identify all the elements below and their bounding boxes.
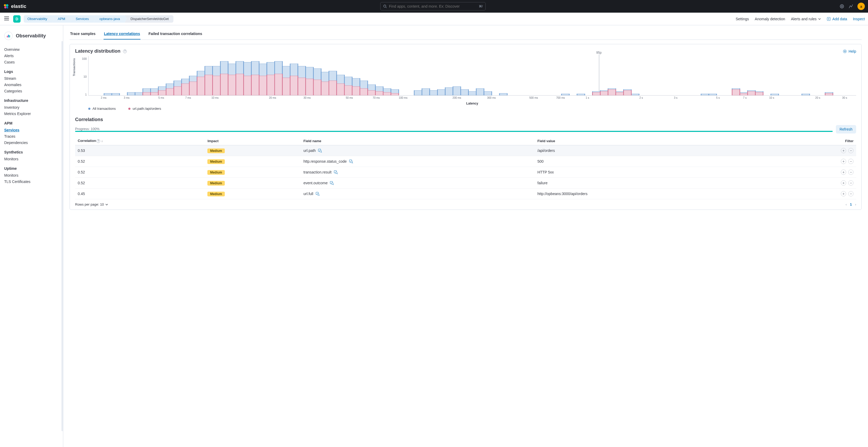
svg-point-140 [317,194,319,195]
sidebar-item-categories[interactable]: Categories [4,88,59,94]
refresh-button[interactable]: Refresh [836,125,856,134]
inspect-icon[interactable] [315,192,320,196]
svg-line-141 [319,195,319,196]
info-icon[interactable]: ? [123,49,127,53]
filter-out-button[interactable]: − [848,159,854,164]
x-tick: 3 s [674,96,678,99]
filter-in-button[interactable]: + [841,180,846,185]
sidebar-item-traces[interactable]: Traces [4,133,59,140]
filter-in-button[interactable]: + [841,148,846,153]
nav-toggle-icon[interactable] [3,15,10,22]
inspect-icon[interactable] [318,148,322,153]
sidebar-item-monitors[interactable]: Monitors [4,172,59,178]
inspect-icon[interactable] [330,181,334,185]
table-row[interactable]: 0.52Mediumhttp.response.status_code500+− [75,156,856,167]
svg-rect-84 [143,93,151,95]
user-avatar[interactable]: a [858,3,865,10]
filter-out-button[interactable]: − [848,170,854,175]
inspect-icon[interactable] [349,159,353,164]
filter-out-button[interactable]: − [848,191,854,196]
settings-link[interactable]: Settings [736,17,749,21]
svg-rect-111 [352,87,360,95]
space-selector[interactable]: D [13,15,21,23]
svg-rect-98 [251,75,259,95]
svg-point-128 [320,150,321,152]
prev-page-button[interactable]: ‹ [846,202,847,206]
svg-rect-112 [360,89,368,95]
sidebar-item-monitors[interactable]: Monitors [4,156,59,162]
brand-logo[interactable]: elastic [3,3,26,9]
breadcrumb-item[interactable]: Observability [24,15,52,23]
tab-failed-transaction-correlations[interactable]: Failed transaction correlations [148,28,203,39]
integrations-icon[interactable] [848,4,853,9]
help-link[interactable]: Help [843,49,856,54]
breadcrumb-item[interactable]: opbeans-java [94,15,125,23]
alerts-rules-dropdown[interactable]: Alerts and rules [791,17,821,21]
sidebar-item-dependencies[interactable]: Dependencies [4,140,59,146]
anomaly-detection-link[interactable]: Anomaly detection [755,17,785,21]
x-tick: 100 ms [399,96,407,99]
svg-point-131 [350,161,352,163]
sidebar-item-services[interactable]: Services [4,127,59,133]
info-icon[interactable]: ? [96,139,100,143]
tabs: Trace samplesLatency correlationsFailed … [69,28,862,40]
svg-rect-109 [337,84,344,95]
breadcrumb-item[interactable]: Services [70,15,94,23]
filter-in-button[interactable]: + [841,170,846,175]
filter-out-button[interactable]: − [848,148,854,153]
inspect-link[interactable]: Inspect [853,17,865,21]
svg-rect-113 [368,91,375,95]
impact-badge: Medium [207,181,224,185]
svg-point-2 [4,6,6,8]
filter-out-button[interactable]: − [848,180,854,185]
global-search[interactable]: ⌘/ [380,2,486,10]
breadcrumb-item[interactable]: APM [52,15,70,23]
sidebar-item-cases[interactable]: Cases [4,59,59,65]
sidebar-item-inventory[interactable]: Inventory [4,104,59,110]
svg-rect-67 [562,94,569,95]
panel-title: Latency distribution ? [75,48,127,54]
add-data-link[interactable]: Add data [827,17,847,21]
sidebar-group-title: Uptime [4,166,59,171]
table-footer: Rows per page: 10 ‹ 1 › [75,202,856,206]
table-row[interactable]: 0.53Mediumurl.path/api/orders+− [75,145,856,156]
x-tick: 10 s [769,96,774,99]
sidebar-item-overview[interactable]: Overview [4,46,59,53]
global-search-input[interactable] [389,4,477,8]
filter-in-button[interactable]: + [841,191,846,196]
col-field-name[interactable]: Field name [301,137,535,145]
col-field-value[interactable]: Field value [535,137,771,145]
page-number[interactable]: 1 [850,202,852,206]
table-row[interactable]: 0.52Mediumtransaction.resultHTTP 5xx+− [75,167,856,178]
next-page-button[interactable]: › [855,202,856,206]
tab-latency-correlations[interactable]: Latency correlations [103,28,141,39]
sidebar-item-alerts[interactable]: Alerts [4,53,59,59]
x-tick: 200 ms [453,96,461,99]
sidebar-item-tls-certificates[interactable]: TLS Certificates [4,178,59,185]
col-correlation[interactable]: Correlation? ↓ [75,137,205,145]
tab-trace-samples[interactable]: Trace samples [69,28,96,39]
sidebar-group-title: Logs [4,69,59,74]
svg-rect-115 [383,93,391,95]
newsfeed-icon[interactable] [840,4,844,9]
sidebar: Observability OverviewAlertsCasesLogsStr… [0,25,63,447]
x-axis-label: Latency [88,102,856,105]
legend-item[interactable]: All transactions [88,107,116,110]
filter-in-button[interactable]: + [841,159,846,164]
svg-rect-66 [499,94,507,95]
svg-rect-75 [701,94,709,95]
legend-item[interactable]: url.path:/api/orders [128,107,161,110]
svg-rect-102 [282,78,290,95]
table-row[interactable]: 0.52Mediumevent.outcomefailure+− [75,178,856,188]
svg-rect-95 [228,75,236,95]
svg-rect-94 [220,74,228,95]
inspect-icon[interactable] [334,170,338,174]
x-tick: 7 ms [185,96,191,99]
col-impact[interactable]: Impact [205,137,301,145]
table-row[interactable]: 0.45Mediumurl.fullhttp://opbeans:3000/ap… [75,188,856,199]
sidebar-item-stream[interactable]: Stream [4,75,59,81]
sidebar-item-anomalies[interactable]: Anomalies [4,81,59,88]
rows-per-page-selector[interactable]: Rows per page: 10 [75,202,108,206]
svg-rect-91 [197,77,205,95]
sidebar-item-metrics-explorer[interactable]: Metrics Explorer [4,110,59,117]
